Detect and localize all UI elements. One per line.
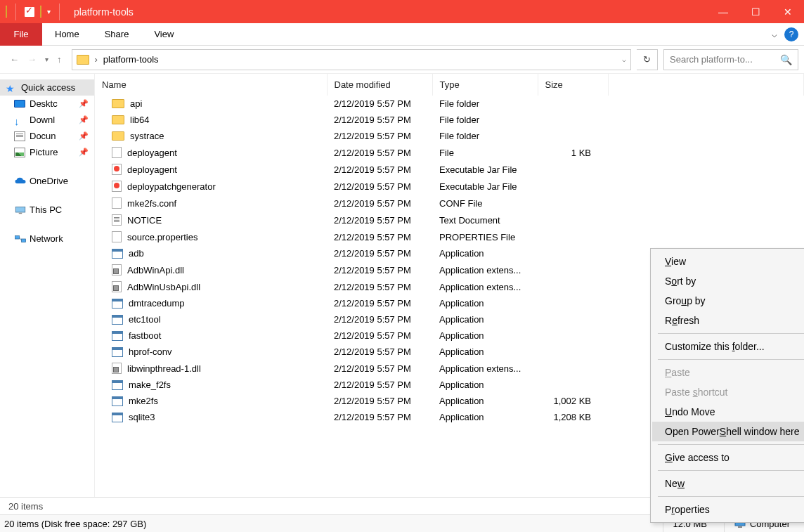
file-name: api <box>130 98 142 109</box>
file-icon <box>112 231 122 242</box>
sidebar-pinned-item[interactable]: Desktc📌 <box>0 96 94 112</box>
file-date: 2/12/2019 5:57 PM <box>327 178 432 195</box>
file-name: etc1tool <box>129 314 161 325</box>
file-size <box>538 212 608 228</box>
file-row[interactable]: deployagent 2/12/2019 5:57 PM File 1 KB <box>95 144 804 161</box>
folder-icon[interactable] <box>40 6 41 17</box>
sidebar-pinned-item[interactable]: Picture📌 <box>0 144 94 160</box>
menu-label: Customize this folder... <box>665 341 765 352</box>
back-button[interactable]: ← <box>10 54 19 65</box>
address-bar[interactable]: › platform-tools ⌵ <box>72 49 632 70</box>
menu-item[interactable]: Sort by› <box>652 271 804 291</box>
file-row[interactable]: NOTICE 2/12/2019 5:57 PM Text Document <box>95 212 804 228</box>
menu-item[interactable]: Properties <box>652 500 804 519</box>
column-headers[interactable]: Name Date modified Type Size <box>95 74 804 96</box>
file-name: AdbWinApi.dll <box>127 265 184 275</box>
tab-home[interactable]: Home <box>42 23 92 46</box>
sidebar-pinned-item[interactable]: ↓Downl📌 <box>0 112 94 128</box>
file-row[interactable]: systrace 2/12/2019 5:57 PM File folder <box>95 128 804 144</box>
file-date: 2/12/2019 5:57 PM <box>327 393 432 409</box>
sidebar-pinned-item[interactable]: Docun📌 <box>0 128 94 144</box>
folder-icon <box>6 6 7 17</box>
col-date[interactable]: Date modified <box>327 74 432 96</box>
file-type: Application <box>432 311 538 327</box>
file-date: 2/12/2019 5:57 PM <box>327 195 432 212</box>
file-row[interactable]: deploypatchgenerator 2/12/2019 5:57 PM E… <box>95 178 804 195</box>
file-date: 2/12/2019 5:57 PM <box>327 161 432 178</box>
file-size: 1,208 KB <box>538 409 608 425</box>
address-chevron-icon[interactable]: ⌵ <box>622 56 626 63</box>
app-icon <box>112 396 123 406</box>
menu-item[interactable]: Undo MoveCtrl+Z <box>652 402 804 422</box>
app-icon <box>112 380 123 390</box>
file-date: 2/12/2019 5:57 PM <box>327 96 432 112</box>
file-size <box>538 377 608 393</box>
dropdown-icon[interactable]: ▾ <box>47 8 51 15</box>
checkbox-icon[interactable]: ✓ <box>25 7 34 17</box>
menu-item[interactable]: Give access to› <box>652 448 804 467</box>
recent-chevron-icon[interactable]: ▾ <box>45 56 48 63</box>
menu-item[interactable]: New› <box>652 474 804 493</box>
file-tab[interactable]: File <box>0 23 42 46</box>
file-name: make_f2fs <box>129 379 171 390</box>
file-type: Application extens... <box>432 261 538 278</box>
sidebar-label: Docun <box>30 131 56 141</box>
minimize-button[interactable]: — <box>707 0 739 23</box>
file-row[interactable]: lib64 2/12/2019 5:57 PM File folder <box>95 112 804 128</box>
refresh-button[interactable]: ↻ <box>637 49 658 70</box>
dll-icon <box>112 281 122 292</box>
separator <box>59 4 60 20</box>
file-row[interactable]: api 2/12/2019 5:57 PM File folder <box>95 96 804 112</box>
sidebar-item[interactable]: This PC <box>0 202 94 218</box>
address-path[interactable]: platform-tools <box>103 54 159 65</box>
file-size <box>538 178 608 195</box>
file-type: File <box>432 144 538 161</box>
file-type: Application extens... <box>432 360 538 377</box>
sidebar-item[interactable]: Network <box>0 231 94 247</box>
pin-icon: 📌 <box>79 148 89 157</box>
help-icon[interactable]: ? <box>784 27 798 41</box>
svg-rect-12 <box>738 526 742 528</box>
file-row[interactable]: source.properties 2/12/2019 5:57 PM PROP… <box>95 228 804 245</box>
file-row[interactable]: deployagent 2/12/2019 5:57 PM Executable… <box>95 161 804 178</box>
tab-view[interactable]: View <box>141 23 186 46</box>
up-button[interactable]: ↑ <box>57 54 62 65</box>
file-date: 2/12/2019 5:57 PM <box>327 245 432 261</box>
file-date: 2/12/2019 5:57 PM <box>327 212 432 228</box>
col-type[interactable]: Type <box>432 74 538 96</box>
file-list-pane[interactable]: Name Date modified Type Size api 2/12/20… <box>95 74 804 497</box>
forward-button[interactable]: → <box>27 54 37 65</box>
menu-item[interactable]: Group by› <box>652 291 804 311</box>
tab-share[interactable]: Share <box>92 23 142 46</box>
col-name[interactable]: Name <box>95 74 327 96</box>
search-box[interactable]: Search platform-to... 🔍 <box>663 49 798 70</box>
file-size <box>538 161 608 178</box>
menu-item[interactable]: Refresh <box>652 311 804 330</box>
search-placeholder: Search platform-to... <box>670 54 753 65</box>
file-date: 2/12/2019 5:57 PM <box>327 278 432 295</box>
file-type: Executable Jar File <box>432 161 538 178</box>
file-row[interactable]: mke2fs.conf 2/12/2019 5:57 PM CONF File <box>95 195 804 212</box>
menu-separator <box>658 333 804 334</box>
navigation-row: ← → ▾ ↑ › platform-tools ⌵ ↻ Search plat… <box>0 46 804 74</box>
file-size: 1,002 KB <box>538 393 608 409</box>
pc-icon <box>14 205 25 215</box>
folder-icon <box>112 131 124 141</box>
col-size[interactable]: Size <box>538 74 608 96</box>
app-icon <box>112 299 123 309</box>
star-icon: ★ <box>6 83 17 93</box>
close-button[interactable]: ✕ <box>772 0 804 23</box>
menu-item[interactable]: Open PowerShell window here <box>652 422 804 441</box>
menu-item[interactable]: Customize this folder... <box>652 337 804 356</box>
ribbon-chevron-icon[interactable]: ⌵ <box>772 29 777 39</box>
net-icon <box>14 234 25 244</box>
menu-item[interactable]: View› <box>652 252 804 271</box>
sidebar-item[interactable]: OneDrive <box>0 173 94 189</box>
maximize-button[interactable]: ☐ <box>739 0 772 23</box>
sidebar-quick-access[interactable]: ★ Quick access <box>0 79 94 96</box>
file-date: 2/12/2019 5:57 PM <box>327 409 432 425</box>
sidebar-label: Quick access <box>21 82 75 93</box>
file-date: 2/12/2019 5:57 PM <box>327 360 432 377</box>
folder-icon <box>112 99 124 108</box>
file-name: deploypatchgenerator <box>127 181 216 192</box>
